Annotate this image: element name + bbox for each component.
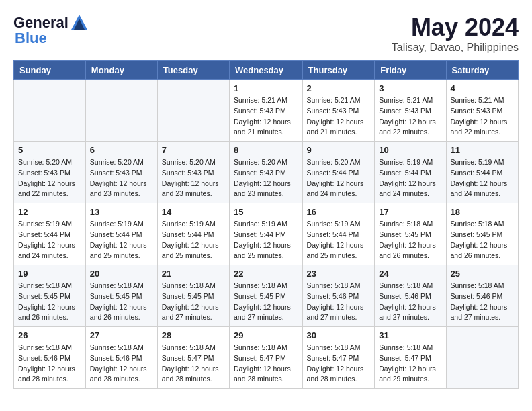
day-info: Sunrise: 5:20 AM Sunset: 5:43 PM Dayligh… [90, 157, 153, 199]
table-row: 30Sunrise: 5:18 AM Sunset: 5:47 PM Dayli… [302, 327, 375, 389]
table-row: 6Sunrise: 5:20 AM Sunset: 5:43 PM Daylig… [85, 142, 157, 203]
day-number: 9 [307, 145, 371, 155]
calendar-week-1: 1Sunrise: 5:21 AM Sunset: 5:43 PM Daylig… [14, 80, 519, 142]
day-number: 24 [379, 269, 441, 279]
day-info: Sunrise: 5:20 AM Sunset: 5:43 PM Dayligh… [234, 157, 298, 199]
table-row: 4Sunrise: 5:21 AM Sunset: 5:43 PM Daylig… [446, 80, 518, 142]
header-monday: Monday [85, 61, 157, 80]
table-row: 2Sunrise: 5:21 AM Sunset: 5:43 PM Daylig… [302, 80, 375, 142]
day-number: 6 [90, 145, 153, 155]
day-info: Sunrise: 5:19 AM Sunset: 5:44 PM Dayligh… [451, 157, 514, 199]
header-friday: Friday [375, 61, 446, 80]
day-info: Sunrise: 5:21 AM Sunset: 5:43 PM Dayligh… [379, 95, 441, 138]
day-number: 4 [451, 83, 514, 93]
calendar-week-4: 19Sunrise: 5:18 AM Sunset: 5:45 PM Dayli… [14, 265, 519, 327]
day-info: Sunrise: 5:19 AM Sunset: 5:44 PM Dayligh… [162, 219, 225, 261]
day-info: Sunrise: 5:19 AM Sunset: 5:44 PM Dayligh… [379, 157, 441, 199]
day-number: 13 [90, 207, 153, 217]
table-row: 13Sunrise: 5:19 AM Sunset: 5:44 PM Dayli… [85, 203, 157, 265]
table-row: 10Sunrise: 5:19 AM Sunset: 5:44 PM Dayli… [375, 142, 446, 203]
day-info: Sunrise: 5:18 AM Sunset: 5:47 PM Dayligh… [307, 342, 371, 385]
day-info: Sunrise: 5:19 AM Sunset: 5:44 PM Dayligh… [307, 219, 371, 261]
table-row: 20Sunrise: 5:18 AM Sunset: 5:45 PM Dayli… [85, 265, 157, 327]
table-row: 17Sunrise: 5:18 AM Sunset: 5:45 PM Dayli… [375, 203, 446, 265]
day-info: Sunrise: 5:18 AM Sunset: 5:45 PM Dayligh… [234, 281, 298, 323]
header-saturday: Saturday [446, 61, 518, 80]
day-number: 22 [234, 269, 298, 279]
day-info: Sunrise: 5:20 AM Sunset: 5:43 PM Dayligh… [162, 157, 225, 199]
day-info: Sunrise: 5:18 AM Sunset: 5:45 PM Dayligh… [18, 281, 81, 323]
day-info: Sunrise: 5:18 AM Sunset: 5:45 PM Dayligh… [451, 219, 514, 261]
day-number: 19 [18, 269, 81, 279]
day-number: 7 [162, 145, 225, 155]
table-row [157, 80, 229, 142]
day-number: 2 [307, 83, 371, 93]
header-tuesday: Tuesday [157, 61, 229, 80]
calendar-week-3: 12Sunrise: 5:19 AM Sunset: 5:44 PM Dayli… [14, 203, 519, 265]
day-info: Sunrise: 5:19 AM Sunset: 5:44 PM Dayligh… [18, 219, 81, 261]
table-row: 27Sunrise: 5:18 AM Sunset: 5:46 PM Dayli… [85, 327, 157, 389]
table-row: 26Sunrise: 5:18 AM Sunset: 5:46 PM Dayli… [14, 327, 86, 389]
table-row: 8Sunrise: 5:20 AM Sunset: 5:43 PM Daylig… [230, 142, 303, 203]
table-row: 25Sunrise: 5:18 AM Sunset: 5:46 PM Dayli… [446, 265, 518, 327]
header-sunday: Sunday [14, 61, 86, 80]
day-info: Sunrise: 5:18 AM Sunset: 5:45 PM Dayligh… [379, 219, 441, 261]
day-number: 30 [307, 330, 371, 340]
table-row: 1Sunrise: 5:21 AM Sunset: 5:43 PM Daylig… [230, 80, 303, 142]
table-row [14, 80, 86, 142]
table-row: 16Sunrise: 5:19 AM Sunset: 5:44 PM Dayli… [302, 203, 375, 265]
calendar-week-5: 26Sunrise: 5:18 AM Sunset: 5:46 PM Dayli… [14, 327, 519, 389]
day-info: Sunrise: 5:18 AM Sunset: 5:47 PM Dayligh… [379, 342, 441, 385]
table-row: 29Sunrise: 5:18 AM Sunset: 5:47 PM Dayli… [230, 327, 303, 389]
day-info: Sunrise: 5:18 AM Sunset: 5:46 PM Dayligh… [18, 342, 81, 385]
day-number: 12 [18, 207, 81, 217]
page-header: General Blue May 2024 Talisay, Davao, Ph… [13, 13, 519, 54]
table-row [446, 327, 518, 389]
day-number: 27 [90, 330, 153, 340]
day-info: Sunrise: 5:20 AM Sunset: 5:44 PM Dayligh… [307, 157, 371, 199]
day-info: Sunrise: 5:18 AM Sunset: 5:46 PM Dayligh… [307, 281, 371, 323]
day-info: Sunrise: 5:18 AM Sunset: 5:47 PM Dayligh… [162, 342, 225, 385]
day-number: 18 [451, 207, 514, 217]
day-info: Sunrise: 5:21 AM Sunset: 5:43 PM Dayligh… [234, 95, 298, 138]
day-number: 11 [451, 145, 514, 155]
title-block: May 2024 Talisay, Davao, Philippines [392, 13, 519, 54]
day-number: 29 [234, 330, 298, 340]
day-number: 25 [451, 269, 514, 279]
location-subtitle: Talisay, Davao, Philippines [392, 42, 519, 54]
table-row: 9Sunrise: 5:20 AM Sunset: 5:44 PM Daylig… [302, 142, 375, 203]
logo-blue: Blue [15, 30, 47, 47]
day-info: Sunrise: 5:18 AM Sunset: 5:46 PM Dayligh… [451, 281, 514, 323]
day-info: Sunrise: 5:21 AM Sunset: 5:43 PM Dayligh… [307, 95, 371, 138]
table-row: 18Sunrise: 5:18 AM Sunset: 5:45 PM Dayli… [446, 203, 518, 265]
table-row: 22Sunrise: 5:18 AM Sunset: 5:45 PM Dayli… [230, 265, 303, 327]
table-row: 14Sunrise: 5:19 AM Sunset: 5:44 PM Dayli… [157, 203, 229, 265]
day-number: 14 [162, 207, 225, 217]
table-row: 15Sunrise: 5:19 AM Sunset: 5:44 PM Dayli… [230, 203, 303, 265]
calendar-header-row: Sunday Monday Tuesday Wednesday Thursday… [14, 61, 519, 80]
logo-icon [70, 13, 89, 32]
logo: General Blue [13, 13, 89, 47]
day-number: 10 [379, 145, 441, 155]
table-row: 31Sunrise: 5:18 AM Sunset: 5:47 PM Dayli… [375, 327, 446, 389]
table-row: 19Sunrise: 5:18 AM Sunset: 5:45 PM Dayli… [14, 265, 86, 327]
day-number: 23 [307, 269, 371, 279]
day-info: Sunrise: 5:18 AM Sunset: 5:45 PM Dayligh… [162, 281, 225, 323]
table-row [85, 80, 157, 142]
day-number: 26 [18, 330, 81, 340]
day-info: Sunrise: 5:18 AM Sunset: 5:46 PM Dayligh… [90, 342, 153, 385]
table-row: 12Sunrise: 5:19 AM Sunset: 5:44 PM Dayli… [14, 203, 86, 265]
day-info: Sunrise: 5:18 AM Sunset: 5:47 PM Dayligh… [234, 342, 298, 385]
day-number: 15 [234, 207, 298, 217]
table-row: 23Sunrise: 5:18 AM Sunset: 5:46 PM Dayli… [302, 265, 375, 327]
day-info: Sunrise: 5:20 AM Sunset: 5:43 PM Dayligh… [18, 157, 81, 199]
day-number: 1 [234, 83, 298, 93]
day-number: 17 [379, 207, 441, 217]
table-row: 28Sunrise: 5:18 AM Sunset: 5:47 PM Dayli… [157, 327, 229, 389]
month-title: May 2024 [392, 13, 519, 42]
table-row: 5Sunrise: 5:20 AM Sunset: 5:43 PM Daylig… [14, 142, 86, 203]
day-number: 16 [307, 207, 371, 217]
table-row: 21Sunrise: 5:18 AM Sunset: 5:45 PM Dayli… [157, 265, 229, 327]
day-number: 28 [162, 330, 225, 340]
day-info: Sunrise: 5:21 AM Sunset: 5:43 PM Dayligh… [451, 95, 514, 138]
